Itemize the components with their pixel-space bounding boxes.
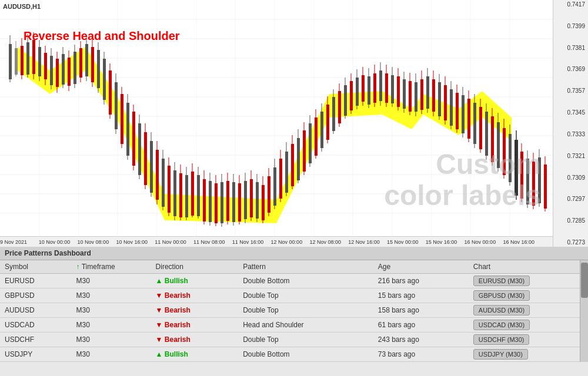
direction-label: Bullish [165,350,188,358]
price-label-12: 0.7273 [554,239,587,246]
time-label-7: 11 Nov 16:00 [232,239,264,245]
cell-pattern: Double Top [238,288,373,303]
col-header-direction: Direction [151,260,239,274]
chart-area: AUDUSD,H1 Reverse Head and Shoulder Cust… [0,0,588,247]
cell-age: 61 bars ago [373,318,469,333]
time-label-4: 10 Nov 16:00 [116,239,148,245]
cell-symbol: USDJPY [0,347,72,362]
chart-button[interactable]: USDJPY (M30) [473,349,528,360]
direction-label: Bullish [165,277,188,285]
cell-age: 15 bars ago [373,288,469,303]
dashboard-scrollbar[interactable] [580,260,588,362]
table-body: EURUSD M30 ▲ Bullish Double Bottom 216 b… [0,274,580,362]
col-header-timeframe: ↑ Timeframe [72,260,151,274]
price-axis: 0.7417 0.7399 0.7381 0.7369 0.7357 0.734… [553,0,588,247]
cell-age: 158 bars ago [373,303,469,318]
time-label-8: 12 Nov 00:00 [271,239,303,245]
direction-arrow: ▼ [156,291,163,300]
cell-chart: USDCAD (M30) [469,318,580,333]
dashboard-table: Symbol ↑ Timeframe Direction Pattern Age… [0,260,580,362]
cell-direction: ▼ Bearish [151,318,239,333]
cell-pattern: Double Top [238,333,373,347]
cell-direction: ▼ Bearish [151,303,239,318]
price-label-9: 0.7309 [554,174,587,181]
dashboard-title: Price Patterns Dashboard [0,247,588,260]
cell-pattern: Head and Shoulder [238,318,373,333]
col-header-symbol: Symbol [0,260,72,274]
time-label-5: 11 Nov 00:00 [155,239,186,245]
direction-label: Bearish [165,335,191,344]
chart-custom-label: Customcolor labels [384,149,541,212]
cell-symbol: EURUSD [0,274,72,288]
time-label-14: 16 Nov 16:00 [503,239,534,245]
col-header-chart: Chart [469,260,580,274]
cell-direction: ▲ Bullish [151,274,239,288]
cell-chart: GBPUSD (M30) [469,288,580,303]
direction-arrow: ▼ [156,335,163,344]
time-label-12: 15 Nov 16:00 [426,239,457,245]
col-header-age: Age [373,260,469,274]
direction-arrow: ▲ [156,277,163,285]
tf-sort-arrow: ↑ [76,263,82,271]
dashboard: Price Patterns Dashboard Symbol ↑ Timefr… [0,247,588,376]
table-row: AUDUSD M30 ▼ Bearish Double Top 158 bars… [0,303,580,318]
cell-symbol: AUDUSD [0,303,72,318]
chart-background: AUDUSD,H1 Reverse Head and Shoulder Cust… [0,0,588,247]
price-label-10: 0.7297 [554,196,587,202]
cell-symbol: USDCHF [0,333,72,347]
price-label-8: 0.7321 [554,153,587,159]
cell-direction: ▼ Bearish [151,288,239,303]
table-row: USDCAD M30 ▼ Bearish Head and Shoulder 6… [0,318,580,333]
time-label-11: 15 Nov 00:00 [387,239,419,245]
time-label-3: 10 Nov 08:00 [78,239,109,245]
chart-button[interactable]: EURUSD (M30) [473,276,530,286]
chart-button[interactable]: USDCHF (M30) [473,334,530,345]
cell-symbol: USDCAD [0,318,72,333]
cell-symbol: GBPUSD [0,288,72,303]
cell-chart: USDJPY (M30) [469,347,580,362]
time-label-6: 11 Nov 08:00 [193,239,225,245]
cell-age: 216 bars ago [373,274,469,288]
cell-pattern: Double Top [238,303,373,318]
cell-chart: USDCHF (M30) [469,333,580,347]
direction-label: Bearish [165,306,191,314]
price-label-7: 0.7333 [554,131,587,137]
price-label-4: 0.7369 [554,66,587,72]
cell-age: 73 bars ago [373,347,469,362]
table-header-row: Symbol ↑ Timeframe Direction Pattern Age… [0,260,580,274]
table-row: USDCHF M30 ▼ Bearish Double Top 243 bars… [0,333,580,347]
cell-timeframe: M30 [72,303,151,318]
chart-button[interactable]: AUDUSD (M30) [473,305,530,315]
direction-label: Bearish [165,321,191,329]
cell-timeframe: M30 [72,333,151,347]
scroll-thumb[interactable] [581,263,588,298]
time-label-2: 10 Nov 00:00 [39,239,71,245]
cell-timeframe: M30 [72,347,151,362]
price-label-1: 0.7417 [554,1,587,8]
cell-chart: EURUSD (M30) [469,274,580,288]
cell-direction: ▲ Bullish [151,347,239,362]
time-label-9: 12 Nov 08:00 [309,239,341,245]
cell-timeframe: M30 [72,288,151,303]
cell-pattern: Double Bottom [238,347,373,362]
table-row: EURUSD M30 ▲ Bullish Double Bottom 216 b… [0,274,580,288]
direction-label: Bearish [165,291,191,300]
direction-arrow: ▼ [156,306,163,314]
price-label-2: 0.7399 [554,23,587,29]
direction-arrow: ▲ [156,350,163,358]
table-row: USDJPY M30 ▲ Bullish Double Bottom 73 ba… [0,347,580,362]
price-label-11: 0.7285 [554,217,587,224]
chart-button[interactable]: USDCAD (M30) [473,320,530,330]
chart-button[interactable]: GBPUSD (M30) [473,290,530,301]
time-label-13: 16 Nov 00:00 [465,239,496,245]
price-label-3: 0.7381 [554,45,587,51]
price-label-5: 0.7357 [554,88,587,94]
cell-chart: AUDUSD (M30) [469,303,580,318]
time-label-1: 9 Nov 2021 [0,239,27,245]
col-header-pattern: Pattern [238,260,373,274]
time-axis: 9 Nov 2021 10 Nov 00:00 10 Nov 08:00 10 … [0,236,553,247]
cell-pattern: Double Bottom [238,274,373,288]
direction-arrow: ▼ [156,321,163,329]
cell-timeframe: M30 [72,274,151,288]
chart-pattern-label: Reverse Head and Shoulder [24,29,180,43]
